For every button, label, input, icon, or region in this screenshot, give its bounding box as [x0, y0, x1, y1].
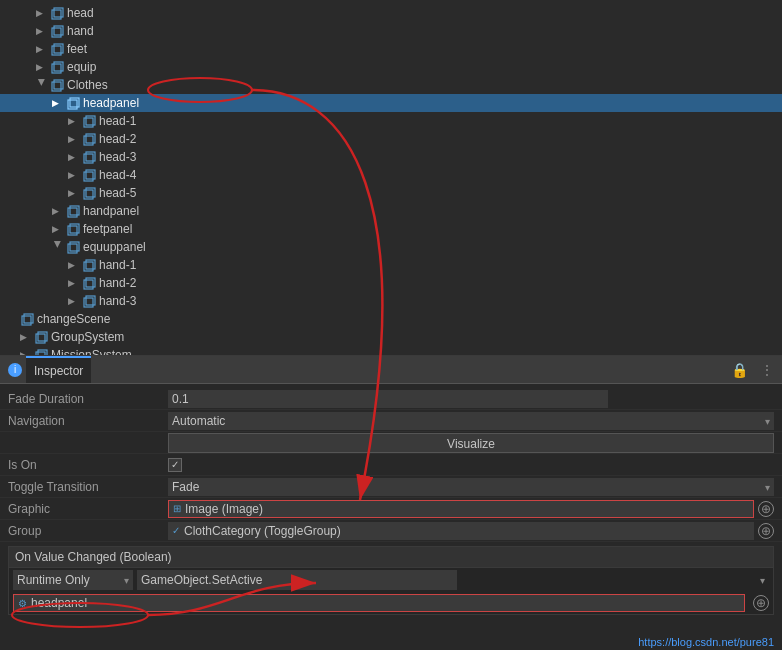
- inspector-panel: i Inspector 🔒 ⋮ Fade Duration Navigation: [0, 356, 782, 650]
- cube-icon: [34, 330, 48, 344]
- list-item[interactable]: ▶ feetpanel: [0, 220, 782, 238]
- list-item[interactable]: ▶ head: [0, 4, 782, 22]
- navigation-row: Navigation Automatic: [0, 410, 782, 432]
- cube-icon: [20, 312, 34, 326]
- group-row: Group ✓ ClothCategory (ToggleGroup) ⊕: [0, 520, 782, 542]
- svg-rect-34: [22, 316, 31, 325]
- list-item[interactable]: ▶ hand: [0, 22, 782, 40]
- list-item[interactable]: ▶ hand-3: [0, 292, 782, 310]
- graphic-row: Graphic ⊞ Image (Image) ⊕ 点击后会出现的图标，显示当前…: [0, 498, 782, 520]
- arrow-icon: ▶: [68, 277, 80, 289]
- menu-icon[interactable]: ⋮: [760, 362, 774, 378]
- list-item[interactable]: ▶ hand-2: [0, 274, 782, 292]
- toggle-transition-select[interactable]: Fade: [168, 478, 774, 496]
- item-label: head-4: [99, 168, 136, 182]
- svg-rect-28: [84, 262, 93, 271]
- svg-rect-26: [68, 244, 77, 253]
- list-item[interactable]: ▶ feet: [0, 40, 782, 58]
- item-label: feetpanel: [83, 222, 132, 236]
- fade-duration-row: Fade Duration: [0, 388, 782, 410]
- navigation-select[interactable]: Automatic: [168, 412, 774, 430]
- item-label: hand: [67, 24, 94, 38]
- svg-rect-29: [86, 260, 95, 269]
- cube-icon: [50, 78, 64, 92]
- svg-rect-31: [86, 278, 95, 287]
- list-item-headpanel[interactable]: ▶ headpanel: [0, 94, 782, 112]
- visualize-button[interactable]: Visualize: [168, 433, 774, 453]
- list-item[interactable]: ▶ equuppanel: [0, 238, 782, 256]
- cube-icon: [82, 168, 96, 182]
- target-field[interactable]: ⚙ headpanel: [13, 594, 745, 612]
- url-text: https://blog.csdn.net/pure81: [638, 636, 774, 648]
- svg-rect-21: [86, 188, 95, 197]
- arrow-icon: ▶: [20, 349, 32, 356]
- svg-rect-1: [54, 8, 63, 17]
- svg-rect-18: [84, 172, 93, 181]
- function-select[interactable]: GameObject.SetActive: [137, 570, 457, 590]
- item-label: head-2: [99, 132, 136, 146]
- graphic-add-button[interactable]: ⊕: [758, 501, 774, 517]
- list-item[interactable]: ▶ MissionSystem: [0, 346, 782, 356]
- event-header: On Value Changed (Boolean): [9, 547, 773, 568]
- group-label: Group: [8, 524, 168, 538]
- list-item[interactable]: ▶ Clothes: [0, 76, 782, 94]
- arrow-icon: ▶: [68, 259, 80, 271]
- runtime-select[interactable]: Runtime Only: [13, 570, 133, 590]
- list-item[interactable]: ▶ head-3: [0, 148, 782, 166]
- inspector-tab-label: Inspector: [34, 364, 83, 378]
- list-item[interactable]: changeScene: [0, 310, 782, 328]
- list-item[interactable]: ▶ hand-1: [0, 256, 782, 274]
- toggle-transition-label: Toggle Transition: [8, 480, 168, 494]
- svg-rect-6: [52, 64, 61, 73]
- list-item[interactable]: ▶ head-1: [0, 112, 782, 130]
- list-item[interactable]: ▶ head-4: [0, 166, 782, 184]
- arrow-icon: ▶: [68, 151, 80, 163]
- fade-duration-input[interactable]: [168, 390, 608, 408]
- toggle-transition-wrapper: Fade: [168, 478, 774, 496]
- navigation-select-wrapper: Automatic: [168, 412, 774, 430]
- arrow-icon: ▶: [36, 61, 48, 73]
- function-select-wrapper: GameObject.SetActive: [137, 570, 769, 590]
- svg-rect-12: [84, 118, 93, 127]
- arrow-icon: ▶: [68, 187, 80, 199]
- svg-rect-5: [54, 44, 63, 53]
- item-label: MissionSystem: [51, 348, 132, 356]
- is-on-row: Is On ✓: [0, 454, 782, 476]
- svg-rect-3: [54, 26, 63, 35]
- item-label: head: [67, 6, 94, 20]
- list-item[interactable]: ▶ head-2: [0, 130, 782, 148]
- target-add-button[interactable]: ⊕: [753, 595, 769, 611]
- svg-rect-9: [54, 80, 63, 89]
- cube-icon: [82, 114, 96, 128]
- event-header-label: On Value Changed (Boolean): [15, 550, 172, 564]
- arrow-icon: ▶: [68, 169, 80, 181]
- cube-icon: [66, 240, 80, 254]
- list-item[interactable]: ▶ equip: [0, 58, 782, 76]
- group-add-button[interactable]: ⊕: [758, 523, 774, 539]
- svg-rect-13: [86, 116, 95, 125]
- is-on-checkbox[interactable]: ✓: [168, 458, 182, 472]
- list-item[interactable]: ▶ head-5: [0, 184, 782, 202]
- svg-rect-25: [70, 224, 79, 233]
- lock-icon[interactable]: 🔒: [731, 362, 748, 378]
- list-item[interactable]: ▶ GroupSystem: [0, 328, 782, 346]
- toggle-transition-row: Toggle Transition Fade: [0, 476, 782, 498]
- svg-rect-11: [70, 98, 79, 107]
- list-item[interactable]: ▶ handpanel: [0, 202, 782, 220]
- cube-icon: [50, 60, 64, 74]
- arrow-icon: ▶: [36, 43, 48, 55]
- inspector-tab[interactable]: Inspector: [26, 356, 91, 383]
- arrow-icon: ▶: [52, 97, 64, 109]
- is-on-label: Is On: [8, 458, 168, 472]
- cube-icon: [82, 258, 96, 272]
- arrow-icon: ▶: [52, 241, 64, 253]
- group-field[interactable]: ✓ ClothCategory (ToggleGroup): [168, 522, 754, 540]
- cube-icon: [82, 132, 96, 146]
- navigation-label: Navigation: [8, 414, 168, 428]
- cube-icon: [66, 96, 80, 110]
- runtime-select-wrapper: Runtime Only: [13, 570, 133, 590]
- svg-rect-16: [84, 154, 93, 163]
- arrow-icon: ▶: [20, 331, 32, 343]
- graphic-field[interactable]: ⊞ Image (Image): [168, 500, 754, 518]
- hierarchy-list: ▶ head ▶ hand ▶ feet: [0, 0, 782, 356]
